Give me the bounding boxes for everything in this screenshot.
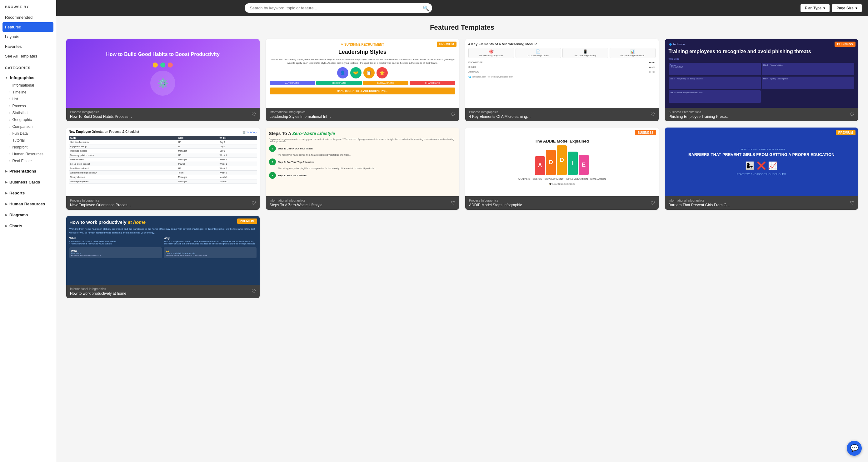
plan-type-dropdown[interactable]: Plan Type ▾ xyxy=(801,4,830,12)
premium-badge-leadership: PREMIUM xyxy=(437,41,457,47)
template-card-microlearning[interactable]: 4 Key Elements of a Microlearning Module… xyxy=(465,39,659,121)
autocratic-banner: ① AUTOCRATIC LEADERSHIP STYLE xyxy=(270,88,456,94)
addie-brand: 🎓 LEARNING SYSTEMS xyxy=(549,183,575,185)
style-charismatic: ⭐ xyxy=(376,67,388,79)
subcat-informational[interactable]: Informational xyxy=(9,82,56,89)
addie-e: E xyxy=(579,155,589,175)
zerowaste-step2: 2 Step 2: Eat Your Top Offenders xyxy=(269,158,456,165)
template-card-leadership[interactable]: PREMIUM ☀ SUNSHINE RECRUITMENT Leadershi… xyxy=(266,39,459,121)
chart-circle: ⚙️ xyxy=(150,71,175,96)
phishing-slide1: Agenda • What is phishing? xyxy=(669,63,761,75)
category-charts-header[interactable]: ▶ Charts xyxy=(0,222,56,230)
template-grid: How to Build Good Habits to Boost Produc… xyxy=(66,39,858,298)
phishing-slide4: Slide 4 — Spotting a phishing email xyxy=(762,76,854,89)
category-infographics-label: Infographics xyxy=(10,75,34,80)
category-presentations-header[interactable]: ▶ Presentations xyxy=(0,167,56,175)
subcat-statistical[interactable]: Statistical xyxy=(9,110,56,116)
template-card-barriers[interactable]: PREMIUM ♀ EDUCATIONAL RIGHTS FOR WOMEN B… xyxy=(665,127,858,210)
category-business-cards-header[interactable]: ▶ Business Cards xyxy=(0,178,56,186)
wfh-why: Why This is not a perfect solution. Ther… xyxy=(164,237,256,245)
chevron-right-icon2: ▶ xyxy=(5,180,7,184)
search-bar: 🔍 xyxy=(245,3,432,13)
zerowaste-step1: 1 Step 1: Check Out Your Trash xyxy=(269,145,456,152)
card-title-addie: ADDIE Model Steps Infographic xyxy=(469,203,522,207)
addie-d2: D xyxy=(557,145,567,175)
page-size-dropdown[interactable]: Page Size ▾ xyxy=(832,4,862,12)
card-thumb-leadership: PREMIUM ☀ SUNSHINE RECRUITMENT Leadershi… xyxy=(266,39,459,108)
chevron-down-icon2: ▾ xyxy=(856,6,857,10)
premium-badge-barriers: PREMIUM xyxy=(836,130,856,135)
table-row: Introduce the roleManagerDay 1 xyxy=(69,149,257,153)
subcat-list[interactable]: List xyxy=(9,96,56,102)
wfh-what: What • Practice all or some of these ide… xyxy=(69,237,162,245)
favorite-microlearning-button[interactable]: ♡ xyxy=(651,112,655,118)
template-visual-habits: How to Build Good Habits to Boost Produc… xyxy=(66,39,260,108)
subcat-geographic[interactable]: Geographic xyxy=(9,116,56,123)
category-diagrams-header[interactable]: ▶ Diagrams xyxy=(0,211,56,219)
chevron-down-icon: ▼ xyxy=(5,76,8,80)
sidebar-item-layouts[interactable]: Layouts xyxy=(0,32,56,41)
template-card-addie[interactable]: BUSINESS The ADDIE Model Explained A D D… xyxy=(465,127,659,210)
favorite-barriers-button[interactable]: ♡ xyxy=(850,200,854,206)
favorite-phishing-button[interactable]: ♡ xyxy=(850,112,854,118)
category-infographics-header[interactable]: ▼ Infographics xyxy=(0,73,56,82)
template-visual-phishing: 🔷 Techzone Training employees to recogni… xyxy=(665,39,858,108)
subcat-human-resources[interactable]: Human Resources xyxy=(9,151,56,158)
table-row: Benefits enrollmentHRWeek 2 xyxy=(69,166,257,171)
sidebar-item-see-all[interactable]: See All Templates xyxy=(0,51,56,61)
subcat-timeline[interactable]: Timeline xyxy=(9,89,56,96)
card-category-addie: Process Infographics xyxy=(469,199,522,202)
chevron-right-icon6: ▶ xyxy=(5,224,7,227)
wfh-how: How Five steps • Practice all of some of… xyxy=(69,247,162,258)
card-title-good-habits: How To Build Good Habits Process Infogra… xyxy=(70,115,132,119)
category-business-cards-label: Business Cards xyxy=(9,180,40,184)
category-presentations-label: Presentations xyxy=(9,169,36,174)
card-title-barriers: Barriers That Prevent Girls From Getting… xyxy=(669,203,731,207)
card-category-microlearning: Process Infographics xyxy=(469,110,531,114)
category-human-resources-header[interactable]: ▶ Human Resources xyxy=(0,200,56,208)
template-card-good-habits[interactable]: How to Build Good Habits to Boost Produc… xyxy=(66,39,260,121)
favorite-orientation-button[interactable]: ♡ xyxy=(251,200,256,206)
table-row: How to office arrivalHRDay 1 xyxy=(69,140,257,145)
search-button[interactable]: 🔍 xyxy=(423,5,429,11)
subcat-comparison[interactable]: Comparison xyxy=(9,123,56,130)
sidebar-item-featured[interactable]: Featured xyxy=(2,22,54,32)
category-presentations: ▶ Presentations xyxy=(0,166,56,177)
template-card-orientation[interactable]: New Employee Orientation Process & Check… xyxy=(66,127,260,210)
sidebar-item-recommended[interactable]: Recommended xyxy=(0,12,56,22)
main-area: 🔍 Plan Type ▾ Page Size ▾ Featured Templ… xyxy=(56,0,868,462)
techcorp-brand: 🏢 TechCorp xyxy=(243,131,257,134)
template-card-phishing[interactable]: BUSINESS 🔷 Techzone Training employees t… xyxy=(665,39,858,121)
subcat-tutorial[interactable]: Tutorial xyxy=(9,137,56,144)
subcat-process[interactable]: Process xyxy=(9,102,56,110)
chevron-down-icon: ▾ xyxy=(823,6,825,10)
addie-d1: D xyxy=(546,150,556,175)
template-card-wfh[interactable]: PREMIUM How to work productively at home… xyxy=(66,216,260,298)
favorite-good-habits-button[interactable]: ♡ xyxy=(251,112,256,118)
favorite-zerowaste-button[interactable]: ♡ xyxy=(451,200,455,206)
micro-card-content: 📄 Microlearning Content xyxy=(516,48,561,58)
template-visual-wfh: How to work productively at home Working… xyxy=(66,216,260,285)
card-category-zerowaste: Informational Infographics xyxy=(270,199,322,202)
chat-button[interactable]: 💬 xyxy=(847,441,862,456)
favorite-wfh-button[interactable]: ♡ xyxy=(251,288,256,295)
phishing-slide2: Slide 2 — Types of phishing xyxy=(762,63,854,75)
business-badge-phishing: BUSINESS xyxy=(835,41,856,47)
card-thumb-wfh: PREMIUM How to work productively at home… xyxy=(66,216,260,285)
subcat-nonprofit[interactable]: Nonprofit xyxy=(9,144,56,151)
category-reports-header[interactable]: ▶ Reports xyxy=(0,189,56,197)
category-diagrams-label: Diagrams xyxy=(9,213,28,217)
card-title-zerowaste: Steps To A Zero-Waste Lifestyle xyxy=(270,203,322,207)
subcat-real-estate[interactable]: Real Estate xyxy=(9,158,56,164)
sidebar-item-favorites[interactable]: Favorites xyxy=(0,41,56,51)
favorite-leadership-button[interactable]: ♡ xyxy=(451,112,455,118)
favorite-addie-button[interactable]: ♡ xyxy=(651,200,655,206)
subcat-fundata[interactable]: Fun Data xyxy=(9,130,56,137)
style-autocratic: 👤 xyxy=(337,67,348,79)
card-footer-addie: Process Infographics ADDIE Model Steps I… xyxy=(465,196,659,210)
template-card-zerowaste[interactable]: Steps To A Zero-Waste Lifestyle Do you w… xyxy=(266,127,459,210)
card-footer-barriers: Informational Infographics Barriers That… xyxy=(665,196,858,210)
content-area: Featured Templates How to Build Good Hab… xyxy=(56,16,868,462)
card-category-wfh: Informational Infographics xyxy=(70,287,126,291)
search-input[interactable] xyxy=(245,3,432,13)
